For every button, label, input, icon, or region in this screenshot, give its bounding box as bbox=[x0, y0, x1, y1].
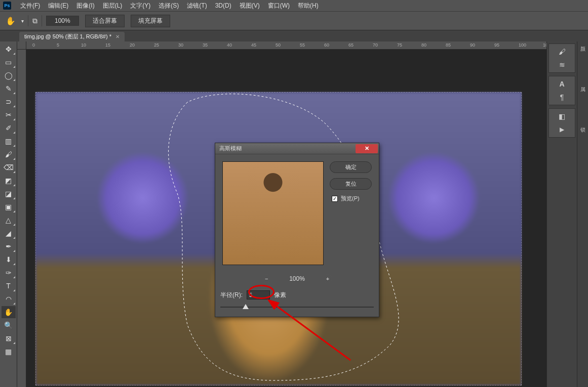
zoom-value[interactable]: 100% bbox=[46, 16, 79, 26]
menu-file[interactable]: 文件(F) bbox=[17, 1, 43, 11]
pen-tool[interactable]: ✒ bbox=[2, 240, 16, 252]
preview-checkbox-label: 预览(P) bbox=[341, 195, 360, 202]
ruler-horizontal[interactable]: 0510152025303540455055606570758085909510… bbox=[26, 41, 546, 50]
menu-select[interactable]: 选择(S) bbox=[155, 1, 182, 11]
adjustments-panel-icon[interactable]: ◧ bbox=[557, 112, 567, 121]
move-tool-icon: ✥ bbox=[6, 45, 12, 53]
menu-bar: Ps 文件(F) 编辑(E) 图像(I) 图层(L) 文字(Y) 选择(S) 滤… bbox=[0, 0, 588, 11]
scroll-all-windows-icon[interactable]: ⧉ bbox=[32, 17, 37, 25]
marquee-tool-icon: ▭ bbox=[5, 58, 12, 66]
canvas-area[interactable]: 0510152025303540455055606570758085909510… bbox=[17, 41, 546, 387]
ruler-tick: 60 bbox=[324, 42, 329, 48]
move-tool[interactable]: ✥ bbox=[2, 43, 16, 55]
eraser-tool[interactable]: ◪ bbox=[2, 188, 16, 200]
color-panel-tab[interactable]: 颜 bbox=[580, 46, 585, 75]
path-select-tool-icon: ◠ bbox=[6, 295, 12, 303]
ruler-tick: 15 bbox=[105, 42, 110, 48]
fill-screen-button[interactable]: 填充屏幕 bbox=[131, 15, 170, 27]
ruler-tick: 50 bbox=[276, 42, 281, 48]
magic-wand-tool-icon: ⊃ bbox=[6, 98, 12, 106]
menu-window[interactable]: 窗口(W) bbox=[265, 1, 293, 11]
close-tab-icon[interactable]: ✕ bbox=[115, 34, 120, 39]
hand-tool[interactable]: ✋ bbox=[2, 306, 16, 318]
shape-tool[interactable]: ⊠ bbox=[2, 332, 16, 345]
document-tab[interactable]: timg.jpg @ 50% (图层 1, RGB/8#) * ✕ bbox=[19, 32, 125, 41]
menu-filter[interactable]: 滤镜(T) bbox=[184, 1, 210, 11]
ruler-tick: 35 bbox=[203, 42, 208, 48]
history-brush-tool[interactable]: ◩ bbox=[2, 175, 16, 187]
document-tab-title: timg.jpg @ 50% (图层 1, RGB/8#) * bbox=[24, 33, 111, 40]
radius-input[interactable] bbox=[247, 290, 270, 299]
panel-group-1: 🖌 ≋ bbox=[548, 44, 575, 73]
radius-label: 半径(R): bbox=[220, 291, 243, 299]
ruler-tick: 5 bbox=[57, 42, 59, 48]
hand-tool-icon[interactable]: ✋ bbox=[4, 14, 17, 27]
zoom-tool-icon: 🔍 bbox=[4, 321, 13, 329]
menu-help[interactable]: 帮助(H) bbox=[295, 1, 322, 11]
dodge-tool[interactable]: ◢ bbox=[2, 227, 16, 239]
zoom-tool[interactable]: 🔍 bbox=[2, 319, 16, 331]
hand-tool-icon: ✋ bbox=[4, 308, 13, 316]
quick-select-tool[interactable]: ✎ bbox=[2, 82, 16, 95]
type-tool-aux[interactable]: ✑ bbox=[2, 267, 16, 279]
character-panel-icon[interactable]: A bbox=[557, 79, 567, 89]
dialog-preview-image[interactable] bbox=[222, 161, 324, 265]
patch-tool[interactable]: ▥ bbox=[2, 135, 16, 147]
blur-tool[interactable]: △ bbox=[2, 214, 16, 226]
brush-tool-icon: 🖌 bbox=[5, 150, 12, 158]
brush-presets-icon[interactable]: ≋ bbox=[557, 60, 567, 69]
quick-select-tool-icon: ✎ bbox=[6, 84, 12, 93]
eyedropper-tool[interactable]: ✐ bbox=[2, 122, 16, 134]
history-brush-tool-icon: ◩ bbox=[5, 177, 12, 185]
magic-wand-tool[interactable]: ⊃ bbox=[2, 96, 16, 108]
fit-screen-button[interactable]: 适合屏幕 bbox=[85, 15, 125, 27]
preview-zoom-row: − 100% + bbox=[215, 272, 379, 287]
menu-3d[interactable]: 3D(D) bbox=[212, 1, 234, 10]
layers-panel-tab[interactable]: 锁 bbox=[580, 126, 585, 156]
blur-tool-icon: △ bbox=[6, 216, 11, 224]
brush-tool[interactable]: 🖌 bbox=[2, 148, 16, 160]
panel-group-3: ◧ ▶ bbox=[548, 108, 575, 138]
dialog-ok-button[interactable]: 确定 bbox=[330, 161, 372, 173]
crop-tool-icon: ✂ bbox=[6, 111, 12, 119]
brush-panel-icon[interactable]: 🖌 bbox=[557, 47, 567, 56]
preview-checkbox[interactable]: ✓ bbox=[332, 196, 338, 202]
zoom-out-button[interactable]: − bbox=[262, 274, 271, 283]
marquee-tool[interactable]: ▭ bbox=[2, 56, 16, 68]
slider-thumb[interactable] bbox=[243, 304, 249, 309]
path-select-tool[interactable]: ◠ bbox=[2, 293, 16, 305]
type-tool[interactable]: T bbox=[2, 280, 16, 292]
gradient-tool[interactable]: ▣ bbox=[2, 201, 16, 213]
shape-tool-icon: ⊠ bbox=[6, 334, 12, 342]
stamp-tool-icon: ⌫ bbox=[4, 163, 14, 171]
dialog-reset-button[interactable]: 复位 bbox=[330, 178, 372, 190]
menu-edit[interactable]: 编辑(E) bbox=[45, 1, 71, 11]
zoom-in-button[interactable]: + bbox=[323, 274, 332, 283]
app-logo: Ps bbox=[3, 2, 11, 10]
paragraph-panel-icon[interactable]: ¶ bbox=[557, 93, 567, 102]
preview-checkbox-row[interactable]: ✓ 预览(P) bbox=[330, 195, 372, 202]
options-bar: ✋ ▾ ⧉ 100% 适合屏幕 填充屏幕 bbox=[0, 11, 588, 30]
ruler-vertical[interactable] bbox=[17, 50, 26, 387]
lasso-tool[interactable]: ◯ bbox=[2, 69, 16, 81]
ruler-tick: 45 bbox=[251, 42, 256, 48]
separator bbox=[28, 15, 28, 26]
menu-layer[interactable]: 图层(L) bbox=[100, 1, 126, 11]
freeform-pen-tool[interactable]: ⬇ bbox=[2, 253, 16, 266]
preview-zoom-value: 100% bbox=[289, 275, 305, 282]
actions-panel-icon[interactable]: ▶ bbox=[557, 125, 567, 134]
dialog-titlebar[interactable]: 高斯模糊 ✕ bbox=[215, 143, 379, 154]
menu-view[interactable]: 视图(V) bbox=[237, 1, 263, 11]
crop-tool[interactable]: ✂ bbox=[2, 109, 16, 121]
radius-slider[interactable] bbox=[220, 303, 374, 312]
menu-image[interactable]: 图像(I) bbox=[73, 1, 97, 11]
dialog-title: 高斯模糊 bbox=[219, 145, 242, 152]
properties-panel-tab[interactable]: 属 bbox=[580, 86, 585, 115]
menu-type[interactable]: 文字(Y) bbox=[127, 1, 153, 11]
tool-preset-dropdown-icon[interactable]: ▾ bbox=[21, 18, 24, 24]
stamp-tool[interactable]: ⌫ bbox=[2, 161, 16, 174]
lasso-tool-icon: ◯ bbox=[5, 71, 13, 79]
dialog-close-button[interactable]: ✕ bbox=[356, 144, 378, 153]
ruler-tick: 55 bbox=[300, 42, 305, 48]
artboard-tool[interactable]: ▦ bbox=[2, 346, 16, 358]
